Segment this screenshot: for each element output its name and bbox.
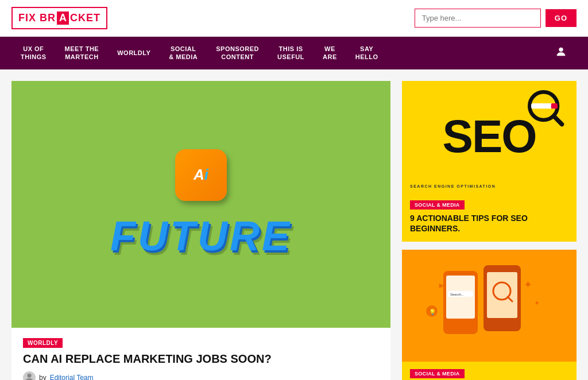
user-icon[interactable]	[546, 40, 577, 67]
seo-illustration: SEO SEARCH ENGINE OPTIMISATION	[402, 81, 577, 193]
header-search-area: GO	[415, 9, 577, 28]
featured-overlay: WORLDLY CAN AI REPLACE MARKETING JOBS SO…	[11, 328, 390, 380]
main-content: Ai FUTURE WORLDLY CAN AI REPLACE MARKETI…	[0, 69, 588, 380]
svg-rect-11	[487, 272, 517, 318]
seo-social-badge: SOCIAL & MEDIA	[410, 200, 465, 210]
ai-dot: i	[204, 166, 208, 183]
search-input[interactable]	[415, 9, 541, 28]
worldly-badge: WORLDLY	[23, 338, 63, 348]
featured-title: CAN AI REPLACE MARKETING JOBS SOON?	[23, 352, 379, 366]
sidebar: SEO SEARCH ENGINE OPTIMISATION SOCIAL & …	[402, 81, 577, 380]
mobile-seo-card-bottom: SOCIAL & MEDIA RANK HIGHER WITH THESE 5 …	[402, 362, 577, 380]
svg-rect-5	[551, 103, 558, 108]
mobile-seo-card-image: Search... 💡 ✦ ✦ ►	[402, 250, 577, 362]
seo-sub-label: SEARCH ENGINE OPTIMISATION	[410, 184, 496, 188]
svg-line-3	[554, 116, 562, 124]
featured-article[interactable]: Ai FUTURE WORLDLY CAN AI REPLACE MARKETI…	[11, 81, 390, 380]
featured-meta: by Editorial Team	[23, 371, 379, 380]
logo-cket: CKET	[70, 12, 100, 24]
future-text: FUTURE	[110, 212, 292, 259]
nav-item-social-media[interactable]: SOCIAL& MEDIA	[160, 37, 207, 69]
nav-item-sponsored-content[interactable]: SPONSOREDCONTENT	[207, 37, 268, 69]
seo-card-title: 9 ACTIONABLE TIPS FOR SEO BEGINNERS.	[410, 213, 568, 234]
ai-logo-icon: Ai	[175, 149, 227, 201]
nav-item-this-is-useful[interactable]: THIS ISUSEFUL	[268, 37, 314, 69]
logo-a: A	[57, 11, 69, 25]
logo[interactable]: FIX BR A CKET	[11, 7, 107, 29]
svg-text:✦: ✦	[534, 299, 540, 307]
seo-card-image: SEO SEARCH ENGINE OPTIMISATION	[402, 81, 577, 193]
svg-text:✦: ✦	[524, 279, 532, 290]
svg-text:💡: 💡	[429, 308, 436, 316]
header: FIX BR A CKET GO	[0, 0, 588, 37]
mobile-seo-card[interactable]: Search... 💡 ✦ ✦ ►	[402, 250, 577, 380]
svg-point-1	[27, 373, 31, 377]
nav-item-meet-the-martech[interactable]: MEET THEMARTECH	[56, 37, 109, 69]
nav-item-say-hello[interactable]: SAYHELLO	[346, 37, 388, 69]
author-link[interactable]: Editorial Team	[50, 374, 94, 380]
seo-big-text: SEO	[443, 114, 536, 160]
nav-item-we-are[interactable]: WEARE	[314, 37, 346, 69]
mobile-seo-illustration: Search... 💡 ✦ ✦ ►	[409, 259, 570, 351]
ai-logo-text: Ai	[194, 166, 208, 184]
svg-point-0	[559, 47, 563, 51]
svg-text:Search...: Search...	[450, 293, 464, 296]
seo-card-bottom: SOCIAL & MEDIA 9 ACTIONABLE TIPS FOR SEO…	[402, 193, 577, 242]
mobile-seo-social-badge: SOCIAL & MEDIA	[410, 369, 465, 378]
magnifier-icon	[523, 86, 566, 129]
seo-card[interactable]: SEO SEARCH ENGINE OPTIMISATION SOCIAL & …	[402, 81, 577, 242]
author-avatar	[23, 371, 36, 380]
nav-item-worldly[interactable]: WORLDLY	[108, 41, 160, 65]
go-button[interactable]: GO	[546, 9, 577, 27]
logo-text: FIX BR	[18, 12, 56, 24]
nav-item-ux-of-things[interactable]: UX OFTHINGS	[11, 37, 56, 69]
svg-rect-7	[446, 276, 475, 319]
mobile-search-scene: Search... 💡 ✦ ✦ ►	[402, 250, 577, 362]
featured-image: Ai FUTURE	[11, 81, 390, 328]
main-nav: UX OFTHINGS MEET THEMARTECH WORLDLY SOCI…	[0, 37, 588, 69]
svg-text:►: ►	[438, 281, 446, 290]
by-label: by	[39, 374, 47, 380]
